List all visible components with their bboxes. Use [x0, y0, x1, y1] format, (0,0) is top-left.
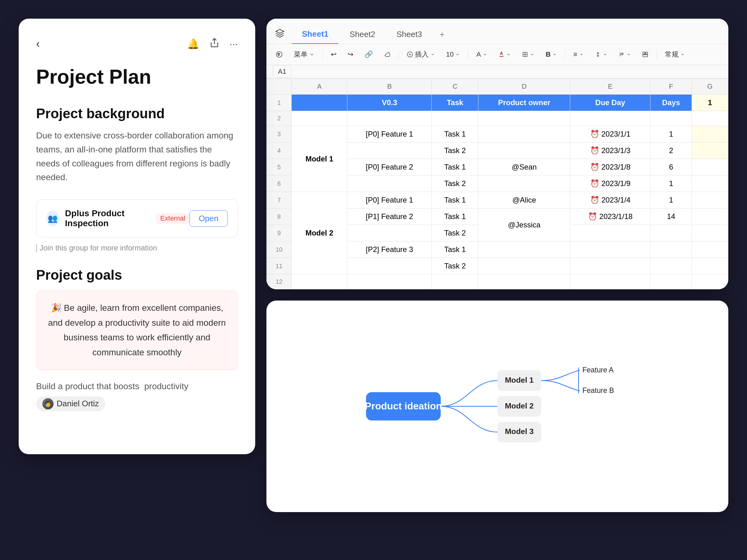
svg-rect-17	[643, 55, 647, 57]
share-icon[interactable]	[209, 38, 220, 50]
undo-button[interactable]: ↩	[328, 49, 340, 60]
row-num: 1	[267, 95, 292, 111]
productivity-text: Build a product that boosts	[36, 381, 139, 391]
line-center-model1	[441, 380, 497, 406]
cell-10b[interactable]: [P2] Feature 3	[347, 241, 432, 258]
goals-card: 🎉 Be agile, learn from excellent compani…	[36, 290, 238, 370]
insert-button[interactable]: 插入	[404, 48, 438, 61]
cell-3e[interactable]: ⏰ 2023/1/1	[570, 126, 650, 142]
font-color-button[interactable]: A	[473, 49, 490, 60]
line-center-model3	[441, 406, 497, 432]
cell-5d[interactable]: @Sean	[479, 159, 570, 176]
mindmap-svg: Product ideation Model 1 Model 2 Model 3…	[291, 319, 703, 494]
link-button[interactable]: 🔗	[361, 49, 376, 60]
col-b: B	[347, 79, 432, 95]
cell-8e[interactable]: ⏰ 2023/1/18	[570, 209, 650, 225]
more-icon[interactable]: ···	[229, 38, 238, 50]
cell-4c[interactable]: Task 2	[432, 142, 479, 159]
cell-1g[interactable]: 1	[692, 95, 728, 111]
cell-1e[interactable]: Due Day	[570, 95, 650, 111]
cell-6e[interactable]: ⏰ 2023/1/9	[570, 176, 650, 192]
add-sheet-button[interactable]: +	[433, 25, 451, 44]
cell-8c[interactable]: Task 1	[432, 209, 479, 225]
cell-6f[interactable]: 1	[650, 176, 692, 192]
right-side: Sheet1 Sheet2 Sheet3 + ¥ 菜单 ↩ ↪ 🔗	[266, 19, 728, 512]
cell-8d[interactable]: @Jessica	[479, 209, 570, 241]
col-c: C	[432, 79, 479, 95]
cell-7e[interactable]: ⏰ 2023/1/4	[570, 192, 650, 209]
cell-10c[interactable]: Task 1	[432, 241, 479, 258]
cell-7f[interactable]: 1	[650, 192, 692, 209]
model1-label: Model 1	[505, 376, 534, 384]
line-model1-featureB	[541, 380, 580, 391]
model3-label: Model 3	[505, 427, 534, 435]
tab-sheet1[interactable]: Sheet1	[292, 25, 338, 44]
cell-1d[interactable]: Product owner	[479, 95, 570, 111]
cell-8f[interactable]: 14	[650, 209, 692, 225]
cell-4e[interactable]: ⏰ 2023/1/3	[570, 142, 650, 159]
model2-label: Model 2	[505, 402, 534, 410]
cell-5c[interactable]: Task 1	[432, 159, 479, 176]
cell-model2[interactable]: Model 2	[292, 192, 347, 274]
valign-button[interactable]	[592, 50, 610, 59]
cell-7d[interactable]: @Alice	[479, 192, 570, 209]
productivity-word: productivity	[145, 381, 189, 391]
merge-button[interactable]	[639, 50, 651, 59]
bold-button[interactable]: B	[542, 49, 560, 60]
cell-6c[interactable]: Task 2	[432, 176, 479, 192]
group-name: Dplus Product Inspection	[65, 209, 146, 229]
cell-5b[interactable]: [P0] Feature 2	[347, 159, 432, 176]
border-button[interactable]	[519, 50, 538, 59]
svg-text:¥: ¥	[277, 53, 280, 56]
font-size-selector[interactable]: 10	[443, 49, 463, 60]
cell-7c[interactable]: Task 1	[432, 192, 479, 209]
menu-button[interactable]: 菜单	[291, 48, 317, 61]
tab-sheet3[interactable]: Sheet3	[387, 25, 432, 44]
cell-3d[interactable]	[479, 126, 570, 142]
corner-header	[267, 79, 292, 95]
cell-3c[interactable]: Task 1	[432, 126, 479, 142]
line-model1-featureA	[541, 370, 580, 380]
cell-1c[interactable]: Task	[432, 95, 479, 111]
col-f: F	[650, 79, 692, 95]
spreadsheet-table: A B C D E F G 1 V0.3	[266, 78, 728, 289]
left-panel: ‹ 🔔 ··· Project Plan Project background …	[19, 19, 255, 454]
cell-model1[interactable]: Model 1	[292, 126, 347, 192]
align-button[interactable]: ≡	[570, 49, 587, 60]
cell-reference: A1	[273, 65, 292, 77]
cell-5f[interactable]: 6	[650, 159, 692, 176]
fill-color-button[interactable]	[495, 50, 514, 59]
cell-3g[interactable]	[692, 126, 728, 142]
eraser-button[interactable]	[381, 50, 393, 59]
table-row: 12	[267, 274, 728, 289]
group-card-left: 👥 Dplus Product Inspection External	[46, 209, 189, 229]
cell-1f[interactable]: Days	[650, 95, 692, 111]
table-row: 1 V0.3 Task Product owner Due Day Days 1	[267, 95, 728, 111]
cell-8b[interactable]: [P1] Feature 2	[347, 209, 432, 225]
page-title: Project Plan	[36, 65, 238, 88]
wrap-button[interactable]	[615, 50, 634, 59]
project-background-title: Project background	[36, 106, 238, 121]
author-avatar: 🧑	[42, 398, 54, 409]
join-text: Join this group for more information	[36, 244, 238, 252]
cell-5e[interactable]: ⏰ 2023/1/8	[570, 159, 650, 176]
format-selector[interactable]: 常规	[662, 48, 688, 61]
cell-4f[interactable]: 2	[650, 142, 692, 159]
table-row: 3 Model 1 [P0] Feature 1 Task 1 ⏰ 2023/1…	[267, 126, 728, 142]
open-group-button[interactable]: Open	[189, 210, 228, 227]
cell-1b[interactable]: V0.3	[347, 95, 432, 111]
bell-icon[interactable]: 🔔	[187, 38, 200, 50]
back-button[interactable]: ‹	[36, 37, 40, 50]
tab-sheet2[interactable]: Sheet2	[340, 25, 385, 44]
cell-7b[interactable]: [P0] Feature 1	[347, 192, 432, 209]
cell-11c[interactable]: Task 2	[432, 258, 479, 274]
cell-1a[interactable]	[292, 95, 347, 111]
goals-card-text: 🎉 Be agile, learn from excellent compani…	[48, 300, 226, 359]
external-badge: External	[156, 213, 190, 224]
cell-9c[interactable]: Task 2	[432, 225, 479, 241]
feature-a-label: Feature A	[582, 366, 614, 374]
cell-3f[interactable]: 1	[650, 126, 692, 142]
mindmap-panel: Product ideation Model 1 Model 2 Model 3…	[266, 300, 728, 512]
redo-button[interactable]: ↪	[344, 49, 356, 60]
cell-3b[interactable]: [P0] Feature 1	[347, 126, 432, 142]
